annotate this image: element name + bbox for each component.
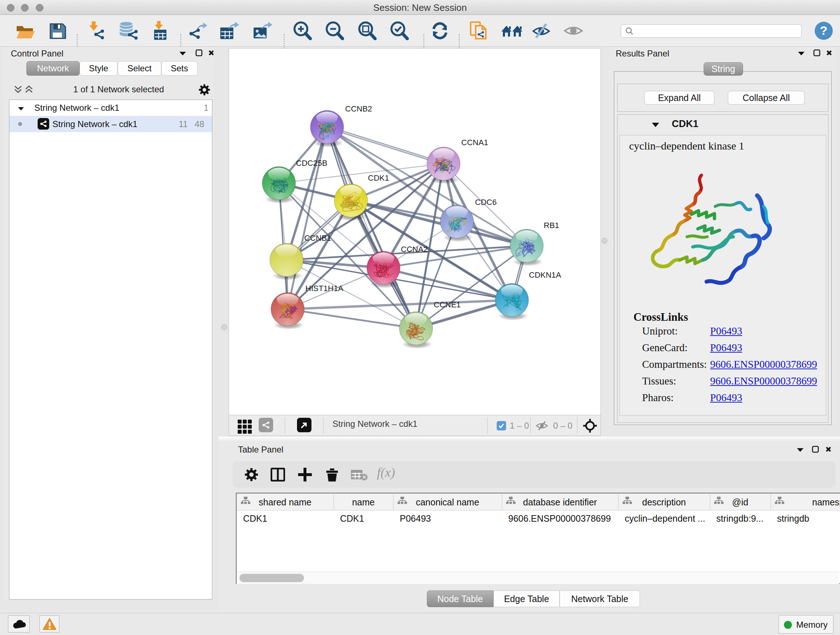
svg-text:CDKN1A: CDKN1A (529, 271, 561, 279)
svg-text:CCNA2: CCNA2 (401, 245, 428, 254)
svg-text:CCNE1: CCNE1 (434, 300, 461, 309)
svg-text:CDK1: CDK1 (368, 173, 389, 182)
svg-text:CCNB2: CCNB2 (345, 104, 372, 113)
svg-text:CCNB1: CCNB1 (304, 233, 332, 242)
svg-text:HIST1H1A: HIST1H1A (305, 284, 343, 293)
svg-text:?: ? (820, 24, 828, 37)
svg-text:CDC25B: CDC25B (296, 158, 327, 168)
svg-text:RB1: RB1 (544, 221, 559, 230)
svg-text:CDC6: CDC6 (475, 198, 497, 207)
svg-text:CCNA1: CCNA1 (461, 138, 488, 147)
